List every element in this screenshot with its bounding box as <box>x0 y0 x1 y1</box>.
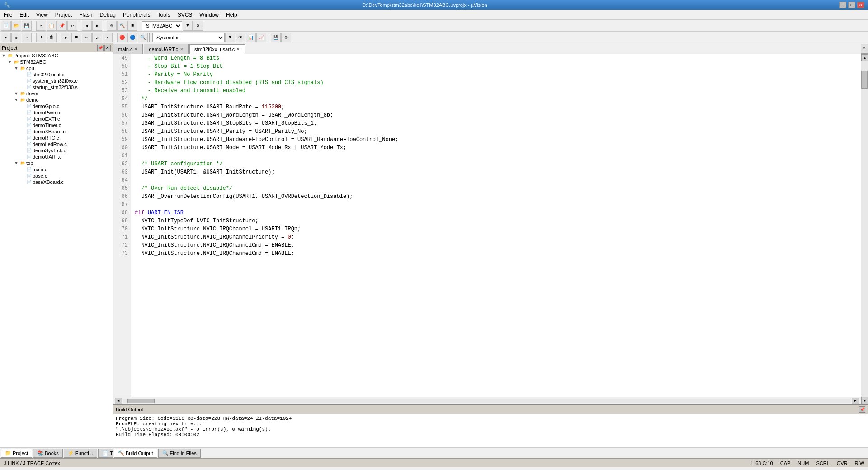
tab-books[interactable]: 📚 Books <box>33 449 63 458</box>
step-out-button[interactable]: ↖ <box>103 33 113 42</box>
paste-button[interactable]: 📌 <box>57 21 67 31</box>
open-button[interactable]: 📂 <box>11 21 21 31</box>
menu-item-help[interactable]: Help <box>222 10 241 19</box>
tree-item[interactable]: 📄demoEXTI.c <box>0 116 113 122</box>
tab-project[interactable]: 📁 Project <box>1 449 32 458</box>
panel-close-button[interactable]: ✕ <box>104 45 111 51</box>
close-button[interactable]: ✕ <box>857 2 864 8</box>
copy-button[interactable]: 📋 <box>47 21 57 31</box>
code-area[interactable]: - Word Length = 8 Bits - Stop Bit = 1 St… <box>131 54 861 397</box>
nav-back-button[interactable]: ◀ <box>82 21 92 31</box>
tree-item[interactable]: ▼📂STM32ABC <box>0 59 113 65</box>
menu-item-debug[interactable]: Debug <box>96 10 119 19</box>
vscroll-up-button[interactable]: ▲ <box>861 54 868 61</box>
tree-item[interactable]: 📄main.c <box>0 166 113 173</box>
target-selector[interactable]: STM32ABC <box>142 21 182 30</box>
menu-item-svcs[interactable]: SVCS <box>174 10 196 19</box>
manage-button[interactable]: ⚙ <box>193 21 203 31</box>
tree-item[interactable]: 📄demoTimer.c <box>0 122 113 128</box>
code-editor[interactable]: 4950515253545556575859606162636465666768… <box>113 54 861 404</box>
tab-find-in-files[interactable]: 🔍 Find in Files <box>158 449 201 458</box>
logic-analyzer-button[interactable]: 📊 <box>246 33 256 42</box>
menu-item-edit[interactable]: Edit <box>16 10 33 19</box>
tree-item[interactable]: 📄demoUART.c <box>0 154 113 160</box>
tree-item[interactable]: 📄demoPwm.c <box>0 109 113 116</box>
minimize-button[interactable]: _ <box>839 2 846 8</box>
code-line: USART_Init(USART1, &USART_InitStructure)… <box>135 168 857 176</box>
debug-step-button[interactable]: ⇥ <box>22 33 32 42</box>
run-button[interactable]: ▶ <box>61 33 71 42</box>
tree-item[interactable]: 📄startup_stm32f030.s <box>0 84 113 90</box>
nav-fwd-button[interactable]: ▶ <box>92 21 102 31</box>
tab-build-output[interactable]: 🔨 Build Output <box>114 449 157 458</box>
new-button[interactable]: 📄 <box>1 21 11 31</box>
editor-tab-0[interactable]: main.c✕ <box>113 44 143 54</box>
tree-item[interactable]: ▼📂top <box>0 160 113 166</box>
hscroll-right-button[interactable]: ▶ <box>852 398 859 404</box>
debug-start-button[interactable]: ▶ <box>1 33 11 42</box>
tree-item[interactable]: ▼📁Project: STM32ABC <box>0 52 113 59</box>
menu-item-file[interactable]: File <box>0 10 16 19</box>
tabs-expand-button[interactable]: » <box>861 44 868 54</box>
menu-item-tools[interactable]: Tools <box>154 10 174 19</box>
menu-item-peripherals[interactable]: Peripherals <box>119 10 154 19</box>
build-panel-pin[interactable]: 📌 <box>859 406 865 413</box>
watch-button[interactable]: 👁 <box>236 33 245 42</box>
cut-button[interactable]: ✂ <box>36 21 46 31</box>
hscroll-left-button[interactable]: ◀ <box>115 398 122 404</box>
perf-analyzer-button[interactable]: 📈 <box>256 33 266 42</box>
editor-tab-2[interactable]: stm32f0xx_usart.c✕ <box>189 44 245 54</box>
panel-pin-button[interactable]: 📌 <box>97 45 104 51</box>
tab-functions[interactable]: ⚡ Functi... <box>64 449 97 458</box>
memory-button[interactable]: 💾 <box>271 33 281 42</box>
breakpoint-button[interactable]: 🔴 <box>117 33 127 42</box>
line-number: 52 <box>116 79 128 87</box>
flash-erase-button[interactable]: 🗑 <box>47 33 57 42</box>
stop-run-button[interactable]: ■ <box>71 33 81 42</box>
step-over-button[interactable]: ↷ <box>82 33 92 42</box>
tree-item[interactable]: 📄base.c <box>0 173 113 179</box>
vscroll-thumb[interactable] <box>861 70 868 89</box>
tree-item[interactable]: 📄baseXBoard.c <box>0 179 113 185</box>
tree-item[interactable]: 📄demoSysTick.c <box>0 147 113 154</box>
tree-item[interactable]: ▼📂demo <box>0 97 113 103</box>
search-button[interactable]: 🔍 <box>138 33 148 42</box>
tab-close-button[interactable]: ✕ <box>180 47 184 52</box>
tree-item[interactable]: 📄system_stm32f0xx.c <box>0 78 113 84</box>
tab-close-button[interactable]: ✕ <box>134 47 138 52</box>
maximize-button[interactable]: □ <box>848 2 855 8</box>
step-into-button[interactable]: ↙ <box>92 33 102 42</box>
tree-item[interactable]: ▼📂cpu <box>0 65 113 71</box>
menu-item-project[interactable]: Project <box>52 10 75 19</box>
tree-item-label: cpu <box>26 66 34 71</box>
vertical-scrollbar[interactable]: ▲ ▼ <box>861 54 868 404</box>
tree-item[interactable]: ▼📂driver <box>0 90 113 97</box>
stop-button[interactable]: ■ <box>127 21 137 31</box>
tree-item[interactable]: 📄demoXBoard.c <box>0 128 113 135</box>
func-options-button[interactable]: ▼ <box>225 33 235 42</box>
tab-close-button[interactable]: ✕ <box>236 47 240 52</box>
menu-item-flash[interactable]: Flash <box>75 10 96 19</box>
vscroll-down-button[interactable]: ▼ <box>861 397 868 404</box>
flash-download-button[interactable]: ⬇ <box>36 33 46 42</box>
menu-item-window[interactable]: Window <box>196 10 222 19</box>
editor-tab-1[interactable]: demoUART.c✕ <box>144 44 189 54</box>
hscroll-thumb[interactable] <box>127 399 155 403</box>
line-number: 62 <box>116 160 128 168</box>
function-selector[interactable]: SystemInit <box>152 33 225 42</box>
horizontal-scrollbar[interactable]: ◀ ▶ <box>113 397 861 404</box>
config-button[interactable]: ⚙ <box>281 33 291 42</box>
build-button[interactable]: ⚙ <box>107 21 117 31</box>
target-options-button[interactable]: ▼ <box>183 21 193 31</box>
undo-button[interactable]: ↩ <box>67 21 77 31</box>
bp-list-button[interactable]: 🔵 <box>127 33 137 42</box>
menu-item-view[interactable]: View <box>33 10 52 19</box>
rebuild-button[interactable]: 🔨 <box>117 21 127 31</box>
tree-item[interactable]: 📄demoGpio.c <box>0 103 113 109</box>
debug-reset-button[interactable]: ↺ <box>11 33 21 42</box>
tree-item[interactable]: 📄demoLedRow.c <box>0 141 113 147</box>
tree-item[interactable]: 📄stm32f0xx_it.c <box>0 71 113 78</box>
save-button[interactable]: 💾 <box>22 21 32 31</box>
tree-item[interactable]: 📄demoRTC.c <box>0 135 113 141</box>
tab-templates[interactable]: 📄 Templa... <box>98 449 113 458</box>
